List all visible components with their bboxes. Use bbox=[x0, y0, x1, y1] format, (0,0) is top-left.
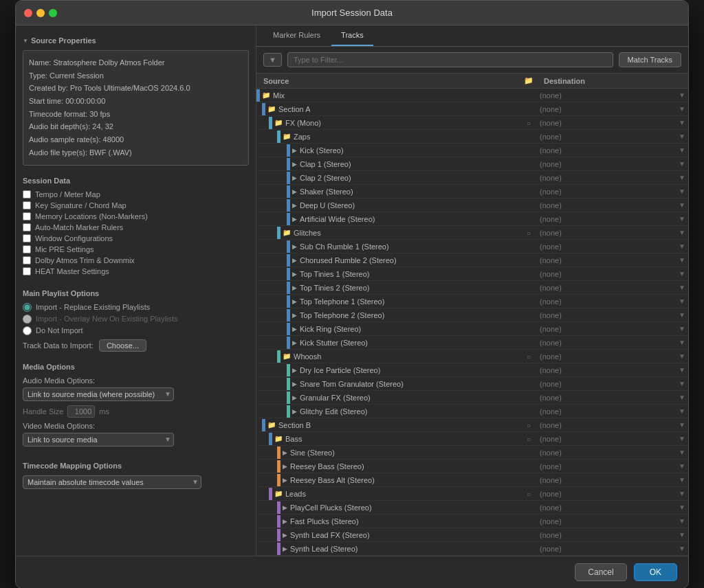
checkbox-auto-match-input[interactable] bbox=[23, 223, 31, 231]
play-icon: ▶ bbox=[283, 449, 287, 456]
track-row: ▶ Top Tinies 2 (Stereo) (none) ▼ bbox=[256, 281, 688, 295]
color-bar bbox=[277, 515, 280, 528]
source-audio-file-type: Audio file type(s): BWF (.WAV) bbox=[29, 146, 243, 159]
checkbox-key-sig[interactable]: Key Signature / Chord Map bbox=[23, 201, 249, 210]
checkbox-mic-pre-input[interactable] bbox=[23, 245, 31, 253]
dest-dropdown-arrow[interactable]: ▼ bbox=[679, 297, 685, 305]
checkbox-heat[interactable]: HEAT Master Settings bbox=[23, 267, 249, 275]
dest-dropdown-arrow[interactable]: ▼ bbox=[679, 160, 685, 168]
checkbox-dolby[interactable]: Dolby Atmos Trim & Downmix bbox=[23, 256, 249, 264]
color-bar bbox=[277, 131, 280, 143]
left-panel: ▼ Source Properties Name: Stratosphere D… bbox=[16, 25, 256, 556]
audio-media-dropdown[interactable]: Link to source media (where possible) bbox=[23, 387, 174, 401]
dest-dropdown-arrow[interactable]: ▼ bbox=[679, 133, 685, 140]
tab-tracks[interactable]: Tracks bbox=[331, 25, 373, 46]
color-bar bbox=[287, 268, 290, 280]
dest-dropdown-arrow[interactable]: ▼ bbox=[679, 435, 685, 442]
dest-dropdown-arrow[interactable]: ▼ bbox=[679, 476, 685, 484]
play-icon: ▶ bbox=[292, 216, 297, 223]
checkbox-auto-match[interactable]: Auto-Match Marker Rulers bbox=[23, 223, 249, 231]
dest-dropdown-arrow[interactable]: ▼ bbox=[679, 229, 685, 236]
dest-dropdown-arrow[interactable]: ▼ bbox=[679, 339, 685, 346]
dest-dropdown-arrow[interactable]: ▼ bbox=[679, 270, 685, 278]
dest-none: (none) bbox=[540, 284, 679, 292]
track-row: ▶ Kick (Stereo) (none) ▼ bbox=[256, 144, 688, 157]
checkbox-tempo-meter[interactable]: Tempo / Meter Map bbox=[23, 190, 249, 199]
dest-dropdown-arrow[interactable]: ▼ bbox=[679, 201, 685, 209]
audio-media-label: Audio Media Options: bbox=[23, 376, 249, 385]
dest-dropdown-arrow[interactable]: ▼ bbox=[679, 517, 685, 525]
dest-dropdown-arrow[interactable]: ▼ bbox=[679, 407, 685, 415]
filter-icon-button[interactable]: ▼ bbox=[263, 53, 282, 67]
checkbox-tempo-meter-input[interactable] bbox=[23, 190, 31, 199]
checkbox-memory-loc-input[interactable] bbox=[23, 212, 31, 220]
checkbox-window-config-input[interactable] bbox=[23, 234, 31, 242]
close-button[interactable] bbox=[24, 9, 32, 17]
dest-dropdown-arrow[interactable]: ▼ bbox=[679, 174, 685, 181]
dest-dropdown-arrow[interactable]: ▼ bbox=[679, 284, 685, 291]
checkbox-dolby-input[interactable] bbox=[23, 256, 31, 264]
checkbox-key-sig-input[interactable] bbox=[23, 201, 31, 210]
dest-dropdown-arrow[interactable]: ▼ bbox=[679, 311, 685, 319]
radio-replace-input[interactable] bbox=[23, 303, 32, 312]
dest-none: (none) bbox=[540, 146, 679, 155]
match-tracks-button[interactable]: Match Tracks bbox=[619, 52, 681, 67]
dest-dropdown-arrow[interactable]: ▼ bbox=[679, 325, 685, 332]
checkbox-heat-input[interactable] bbox=[23, 267, 31, 275]
dest-dropdown-arrow[interactable]: ▼ bbox=[679, 394, 685, 401]
choose-button[interactable]: Choose... bbox=[99, 339, 146, 352]
checkbox-auto-match-label: Auto-Match Marker Rulers bbox=[35, 223, 123, 231]
minimize-button[interactable] bbox=[36, 9, 45, 17]
ok-button[interactable]: OK bbox=[634, 563, 677, 581]
dest-dropdown-arrow[interactable]: ▼ bbox=[679, 531, 685, 539]
dest-dropdown-arrow[interactable]: ▼ bbox=[679, 256, 685, 264]
radio-overlay-input[interactable] bbox=[23, 315, 32, 324]
radio-no-import[interactable]: Do Not Import bbox=[23, 326, 249, 335]
video-media-dropdown[interactable]: Link to source media bbox=[23, 433, 174, 446]
radio-no-import-input[interactable] bbox=[23, 326, 32, 335]
handle-size-input[interactable] bbox=[67, 405, 95, 418]
play-icon: ▶ bbox=[283, 518, 287, 525]
right-panel: Marker Rulers Tracks ▼ Match Tracks Sour… bbox=[256, 25, 688, 556]
track-row: 📁 Whoosh ○ (none) ▼ bbox=[256, 350, 688, 363]
track-row: ▶ Chorused Rumble 2 (Stereo) (none) ▼ bbox=[256, 253, 688, 267]
track-row: 📁 Section A (none) ▼ bbox=[256, 102, 688, 116]
dest-dropdown-arrow[interactable]: ▼ bbox=[679, 545, 685, 552]
radio-replace[interactable]: Import - Replace Existing Playlists bbox=[23, 303, 249, 312]
dest-dropdown-arrow[interactable]: ▼ bbox=[679, 504, 685, 511]
dest-dropdown-arrow[interactable]: ▼ bbox=[679, 146, 685, 154]
timecode-dropdown[interactable]: Maintain absolute timecode values bbox=[23, 475, 201, 489]
dest-dropdown-arrow[interactable]: ▼ bbox=[679, 462, 685, 470]
filter-input[interactable] bbox=[287, 52, 613, 67]
dest-none: (none) bbox=[540, 407, 679, 416]
checkbox-mic-pre[interactable]: Mic PRE Settings bbox=[23, 245, 249, 253]
track-dest-cell: (none) ▼ bbox=[537, 174, 688, 182]
dest-dropdown-arrow[interactable]: ▼ bbox=[679, 366, 685, 374]
dest-dropdown-arrow[interactable]: ▼ bbox=[679, 449, 685, 456]
checkbox-window-config[interactable]: Window Configurations bbox=[23, 234, 249, 242]
maximize-button[interactable] bbox=[49, 9, 57, 17]
radio-overlay[interactable]: Import - Overlay New On Existing Playlis… bbox=[23, 315, 249, 324]
dest-dropdown-arrow[interactable]: ▼ bbox=[679, 490, 685, 497]
dest-none: (none) bbox=[540, 160, 679, 168]
color-bar bbox=[287, 364, 290, 376]
dest-dropdown-arrow[interactable]: ▼ bbox=[679, 91, 685, 99]
dest-dropdown-arrow[interactable]: ▼ bbox=[679, 352, 685, 360]
checkbox-memory-loc[interactable]: Memory Locations (Non-Markers) bbox=[23, 212, 249, 220]
track-row: ▶ Sine (Stereo) (none) ▼ bbox=[256, 446, 688, 460]
track-name: Top Telephone 1 (Stereo) bbox=[300, 297, 384, 306]
color-bar bbox=[277, 501, 280, 514]
dest-dropdown-arrow[interactable]: ▼ bbox=[679, 188, 685, 195]
dest-dropdown-arrow[interactable]: ▼ bbox=[679, 380, 685, 387]
dest-dropdown-arrow[interactable]: ▼ bbox=[679, 421, 685, 429]
track-name: Shaker (Stereo) bbox=[300, 188, 353, 196]
radio-replace-label: Import - Replace Existing Playlists bbox=[36, 303, 150, 311]
dest-dropdown-arrow[interactable]: ▼ bbox=[679, 119, 685, 126]
dest-dropdown-arrow[interactable]: ▼ bbox=[679, 105, 685, 113]
play-icon: ▶ bbox=[292, 243, 297, 250]
tab-marker-rulers[interactable]: Marker Rulers bbox=[263, 25, 330, 46]
cancel-button[interactable]: Cancel bbox=[575, 563, 626, 581]
dest-dropdown-arrow[interactable]: ▼ bbox=[679, 215, 685, 223]
dest-dropdown-arrow[interactable]: ▼ bbox=[679, 242, 685, 250]
radio-no-import-label: Do Not Import bbox=[36, 326, 82, 335]
